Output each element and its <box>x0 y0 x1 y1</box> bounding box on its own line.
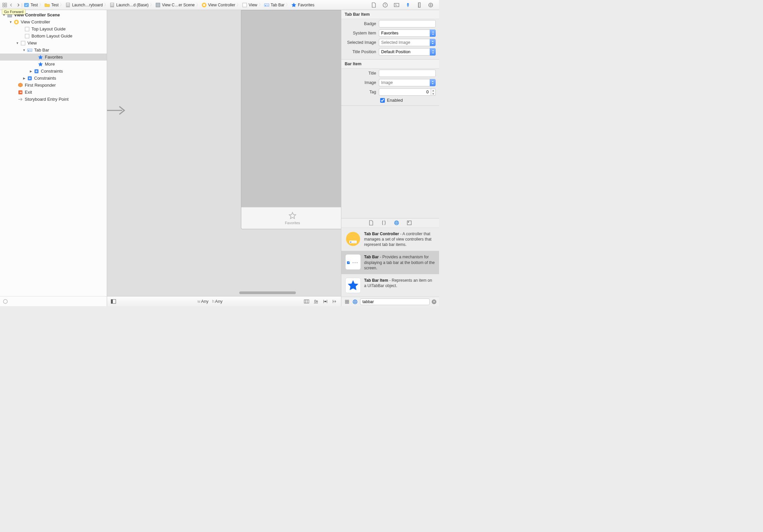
outline-filter[interactable] <box>0 296 107 306</box>
identity-inspector-tab[interactable] <box>394 2 400 8</box>
crumb-favorites[interactable]: Favorites <box>290 2 316 8</box>
library-item-tabbaritem[interactable]: Tab Bar Item - Represents an item on a U… <box>341 274 439 297</box>
resolve-autolayout-button[interactable] <box>331 298 338 305</box>
library-item-title: Tab Bar Item <box>364 278 388 283</box>
title-input[interactable] <box>379 70 436 77</box>
file-inspector-tab[interactable] <box>371 2 377 8</box>
attributes-inspector-tab[interactable] <box>405 2 411 8</box>
toggle-outline-button[interactable] <box>110 298 117 305</box>
badge-input[interactable] <box>379 20 436 27</box>
related-items-button[interactable] <box>2 2 7 8</box>
library-view-grid-button[interactable] <box>344 299 350 305</box>
go-forward-button[interactable] <box>15 2 21 8</box>
crumb-scheme[interactable]: Test <box>22 2 39 8</box>
library-search-input[interactable] <box>360 298 430 305</box>
top-layout-guide-row[interactable]: Top Layout Guide <box>0 25 107 32</box>
view-icon <box>242 2 247 8</box>
segue-arrow-icon <box>107 104 127 117</box>
more-row[interactable]: More <box>0 61 107 68</box>
cube-icon <box>17 82 23 88</box>
library-item-tabbar[interactable]: Tab Bar - Provides a mechanism for displ… <box>341 251 439 274</box>
star-icon <box>37 61 44 67</box>
tab-favorites[interactable]: Favorites <box>241 207 341 229</box>
crumb-viewcontroller[interactable]: View Controller <box>200 2 237 8</box>
system-item-label: System Item <box>341 31 379 35</box>
viewcontroller-icon <box>13 19 19 25</box>
clear-search-button[interactable]: ✕ <box>432 299 436 304</box>
svg-point-43 <box>355 262 356 263</box>
svg-point-39 <box>354 242 355 242</box>
library-footer: ✕ <box>341 297 439 306</box>
tag-label: Tag <box>341 90 379 94</box>
bar-item-section: Bar Item Title Image Tag ▲▼ Enabled <box>341 60 439 106</box>
row-label: First Responder <box>25 83 56 88</box>
exit-row[interactable]: Exit <box>0 89 107 96</box>
crumb-view[interactable]: View <box>241 2 259 8</box>
selected-image-dropdown[interactable] <box>430 39 436 46</box>
first-responder-row[interactable]: First Responder <box>0 82 107 89</box>
align-tool-button[interactable] <box>312 298 320 305</box>
library-scope-icon <box>352 299 358 305</box>
crumb-label: Tab Bar <box>271 3 284 7</box>
enabled-checkbox[interactable] <box>380 98 385 103</box>
view-row[interactable]: View <box>0 39 107 47</box>
go-back-button[interactable] <box>9 2 14 8</box>
tabbar-lib-icon <box>345 254 361 270</box>
svg-point-40 <box>355 242 356 242</box>
crumb-tabbar[interactable]: Tab Bar <box>263 2 286 8</box>
entry-point-row[interactable]: Storyboard Entry Point <box>0 96 107 103</box>
crumb-storyboard-base[interactable]: Launch…d (Base) <box>108 2 150 8</box>
view-controller-canvas[interactable]: Favorites More <box>241 10 341 229</box>
section-header: Bar Item <box>341 60 439 69</box>
stack-tool-button[interactable] <box>303 298 310 305</box>
badge-label: Badge <box>341 21 379 26</box>
tab-label: Favorites <box>285 221 300 225</box>
library-list[interactable]: Tab Bar Controller - A controller that m… <box>341 228 439 297</box>
row-label: Constraints <box>41 69 63 74</box>
tabbarcontroller-icon <box>345 231 361 247</box>
row-label: Tab Bar <box>34 48 49 53</box>
crumb-label: Launch…d (Base) <box>116 3 149 7</box>
title-position-select[interactable]: Default Position <box>379 48 436 56</box>
canvas[interactable]: Favorites More <box>107 10 341 296</box>
crumb-label: View C…er Scene <box>162 3 195 7</box>
selected-image-input[interactable] <box>379 39 430 46</box>
exit-icon <box>17 89 23 95</box>
size-inspector-tab[interactable] <box>416 2 422 8</box>
connections-inspector-tab[interactable] <box>428 2 434 8</box>
library-item-title: Tab Bar Controller <box>364 232 399 236</box>
crumb-scene[interactable]: View C…er Scene <box>154 2 196 8</box>
file-template-library-tab[interactable] <box>368 220 374 226</box>
image-input[interactable] <box>379 79 430 86</box>
tag-stepper[interactable]: ▲▼ <box>431 88 436 96</box>
media-library-tab[interactable] <box>406 220 412 226</box>
pin-tool-button[interactable] <box>322 298 329 305</box>
object-library-tab[interactable] <box>394 220 400 226</box>
library-item-tabbarcontroller[interactable]: Tab Bar Controller - A controller that m… <box>341 228 439 251</box>
bottom-layout-guide-row[interactable]: Bottom Layout Guide <box>0 32 107 39</box>
constraints-icon <box>33 68 39 74</box>
document-outline: View Controller Scene View Controller To… <box>0 10 107 306</box>
star-icon <box>37 54 44 60</box>
crumb-label: View Controller <box>208 3 235 7</box>
go-forward-tooltip: Go Forward <box>2 9 25 14</box>
tabbar-row[interactable]: Tab Bar <box>0 47 107 54</box>
constraints-inner-row[interactable]: Constraints <box>0 68 107 75</box>
canvas-horizontal-scrollbar[interactable] <box>234 291 301 295</box>
crumb-folder[interactable]: Test <box>43 2 60 8</box>
row-label: Constraints <box>34 76 56 81</box>
constraints-outer-row[interactable]: Constraints <box>0 75 107 82</box>
image-dropdown[interactable] <box>430 79 436 86</box>
favorites-row[interactable]: Favorites <box>0 54 107 61</box>
quick-help-tab[interactable] <box>382 2 388 8</box>
row-label: View Controller <box>21 19 50 24</box>
row-label: More <box>45 62 55 67</box>
system-item-select[interactable]: Favorites <box>379 29 436 37</box>
size-class-control[interactable]: wAny hAny <box>117 299 303 304</box>
crumb-storyboard[interactable]: Launch…ryboard <box>64 2 104 8</box>
viewcontroller-row[interactable]: View Controller <box>0 18 107 25</box>
guide-icon <box>24 26 30 32</box>
code-snippet-library-tab[interactable] <box>381 220 387 226</box>
svg-point-35 <box>346 232 360 246</box>
tag-input[interactable] <box>379 88 431 96</box>
